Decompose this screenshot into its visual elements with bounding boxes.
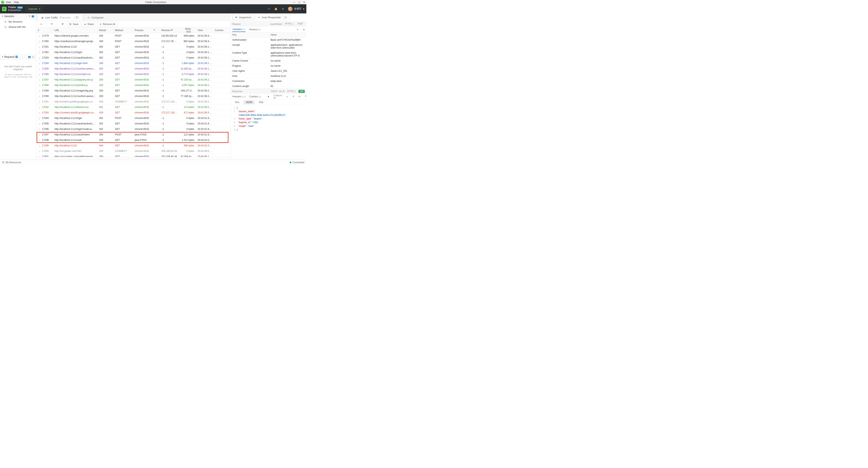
save-button[interactable]: 🖫Save xyxy=(67,22,81,27)
table-row[interactable]: ◌17289http://localhost:1111/images/bg.pn… xyxy=(36,88,230,94)
table-row[interactable]: ◌17301https://ssl.gstatic.com/safebrowsi… xyxy=(36,154,230,157)
sessions-grid-body[interactable]: ◌17279https://clients4.google.com/ukm200… xyxy=(36,33,230,157)
filter-button[interactable]: ⧩ xyxy=(49,22,55,27)
right-panel: 👁Inspectors ↩Auto Responder Request /oau… xyxy=(231,13,306,159)
close-icon[interactable]: ✕ xyxy=(303,1,305,4)
sidebar-item-shared-with-me[interactable]: 🗀Shared with Me xyxy=(0,24,36,30)
session-type-icon: ◌ xyxy=(38,62,41,65)
chevron-down-icon[interactable]: ▾ xyxy=(268,95,269,98)
body-tab-text[interactable]: Text xyxy=(232,100,242,104)
menu-view[interactable]: View xyxy=(6,1,11,4)
chevron-down-icon[interactable]: ▾ xyxy=(297,28,298,31)
download-icon[interactable]: ⬇ xyxy=(292,95,294,98)
session-type-icon: ◌ xyxy=(38,45,41,48)
resources-icon[interactable]: ☰ xyxy=(2,161,4,164)
col-remote-ip[interactable]: Remote IP⋮ xyxy=(160,28,179,33)
col-comment[interactable]: Comme xyxy=(213,28,225,33)
table-row[interactable]: ◌17281http://localhost:1112/302GETchrome… xyxy=(36,44,230,49)
funnel-icon[interactable]: ⧩ xyxy=(153,29,155,32)
col-body-size[interactable]: Body Size⋮ xyxy=(179,28,196,33)
tab-composer[interactable]: ‹/› Composer xyxy=(84,14,107,21)
user-menu[interactable]: 孙勇军 ▾ xyxy=(288,7,304,11)
save-icon: 🖫 xyxy=(69,23,72,26)
tab-inspectors[interactable]: 👁Inspectors xyxy=(232,14,254,20)
table-row[interactable]: ◌17292http://localhost:1111/favicon.ico4… xyxy=(36,104,230,110)
capture-toggle[interactable] xyxy=(74,16,79,19)
table-row[interactable]: ◌17283http://localhost:1111/oauth/author… xyxy=(36,55,230,61)
table-row[interactable]: ◌17279https://clients4.google.com/ukm200… xyxy=(36,33,230,39)
table-row[interactable]: ◌17288http://localhost:1111/js/index.js2… xyxy=(36,82,230,88)
table-row[interactable]: ◌17294http://localhost:1111/login302POST… xyxy=(36,115,230,121)
share-users-icon[interactable]: 👥 xyxy=(32,15,34,18)
maximize-icon[interactable]: ▢ xyxy=(298,1,300,4)
session-type-icon: ◌ xyxy=(38,128,41,131)
sessions-header[interactable]: ▼ Sessions ⬇ 👥 xyxy=(0,13,36,19)
collapse-all-button[interactable]: Collapse All xyxy=(273,94,282,99)
sidebar-item-my-sessions[interactable]: 🗀My Sessions xyxy=(0,19,36,24)
header-row: Cache-Controlno-cache xyxy=(231,58,306,63)
clear-filter-button[interactable]: ⧩̸ xyxy=(59,22,66,27)
table-row[interactable]: ◌17299http://localhost:1112/404GETchrome… xyxy=(36,143,230,148)
resp-subtab-headers[interactable]: Headers(10) xyxy=(232,95,246,98)
table-row[interactable]: ◌17282http://localhost:1112/login302GETc… xyxy=(36,49,230,55)
connection-status: Connected xyxy=(290,161,304,164)
folder-add-icon[interactable]: 🗀 xyxy=(32,56,34,58)
horizontal-scrollbar[interactable] xyxy=(36,157,230,159)
table-row[interactable]: ◌17290http://localhost:1111/css/font-awe… xyxy=(36,94,230,99)
menu-help[interactable]: Help xyxy=(14,1,19,4)
my-resources-link[interactable]: My Resources xyxy=(5,161,21,164)
funnel-icon: ⧩ xyxy=(51,23,53,26)
download-icon[interactable]: ⬇ xyxy=(29,15,30,18)
table-row[interactable]: ◌17285http://localhost:1111/css/font-awe… xyxy=(36,66,230,72)
add-icon[interactable]: + xyxy=(16,56,18,58)
reply-icon: ↩ xyxy=(258,16,260,19)
table-row[interactable]: ◌17300http://ssl.gstatic.com:443200CONNE… xyxy=(36,148,230,154)
table-row[interactable]: ◌17284http://localhost:1111/login.html20… xyxy=(36,61,230,66)
search-icon[interactable]: 🔍 xyxy=(305,95,306,98)
col-number[interactable]: #⋮ xyxy=(36,28,53,33)
table-row[interactable]: ◌17295http://localhost:1111/oauth/author… xyxy=(36,121,230,127)
subtab-params[interactable]: Params(0) xyxy=(249,27,261,32)
table-row[interactable]: ◌17298http://localhost:1111/user200GETja… xyxy=(36,137,230,143)
body-tab-xml[interactable]: XML xyxy=(256,100,266,104)
settings-gear-icon[interactable]: ⚙ xyxy=(281,7,284,10)
autoresponder-toggle[interactable] xyxy=(283,16,287,19)
session-type-icon: ◌ xyxy=(38,90,41,92)
help-icon[interactable]: ?⃝ xyxy=(267,7,271,10)
stream-toggle-button[interactable]: ≡ xyxy=(38,22,44,27)
table-row[interactable]: ◌17280https://oauthaccountmanager.google… xyxy=(36,39,230,44)
upgrade-button[interactable]: Upgrade▾ xyxy=(26,6,42,11)
table-row[interactable]: ◌17293https://content-autofill.googleapi… xyxy=(36,110,230,115)
table-row[interactable]: ◌17287http://localhost:1111/js/jquery.mi… xyxy=(36,77,230,82)
tab-live-traffic[interactable]: ◉ Live Traffic (Paused) xyxy=(37,14,83,21)
session-type-icon: ◌ xyxy=(38,73,41,76)
response-json-viewer[interactable]: 1{2 "access_token": "14b4c326-00be-404e-… xyxy=(231,105,306,159)
resp-subtab-cookies[interactable]: Cookies(0) xyxy=(249,95,261,98)
chevron-down-icon: ▾ xyxy=(39,7,40,10)
col-result[interactable]: Result⋮ xyxy=(97,28,113,33)
copy-icon[interactable]: ⧉ xyxy=(303,28,305,31)
table-row[interactable]: ◌17291http://content-autofill.googleapis… xyxy=(36,99,230,104)
col-process[interactable]: Process⧩⋮ xyxy=(133,28,160,33)
empty-requests-subhint: To save a request, click on "Save" in th… xyxy=(2,73,34,78)
requests-header[interactable]: ▼ Requests + 👥 🗀 xyxy=(0,54,36,60)
copy-icon[interactable]: ⧉ xyxy=(299,95,300,98)
minimize-icon[interactable]: — xyxy=(293,1,295,4)
table-row[interactable]: ◌17296http://localhost:1112/login?code=a… xyxy=(36,127,230,132)
col-method[interactable]: Method⋮ xyxy=(113,28,133,33)
session-type-icon: ◌ xyxy=(38,78,41,81)
subtab-headers[interactable]: Headers(9) xyxy=(232,27,246,32)
remove-all-button[interactable]: ✕Remove All xyxy=(97,22,117,27)
session-type-icon: ◌ xyxy=(38,57,41,59)
share-users-icon[interactable]: 👥 xyxy=(28,56,31,58)
table-row[interactable]: ◌17297http://localhost:1111/oauth/token2… xyxy=(36,132,230,137)
table-row[interactable]: ◌17286http://localhost:1111/css/style.cs… xyxy=(36,72,230,77)
app-header: F FiddlerFree Everywhere Upgrade▾ ?⃝ 🔔 ⚙… xyxy=(0,4,306,13)
notifications-icon[interactable]: 🔔 xyxy=(274,7,277,10)
tab-auto-responder[interactable]: ↩Auto Responder xyxy=(255,14,290,20)
col-time[interactable]: Time⋮ xyxy=(196,28,213,33)
share-button[interactable]: ➦Share xyxy=(82,22,96,27)
body-tab-json[interactable]: JSON xyxy=(243,100,255,104)
chevron-up-icon[interactable]: ▴ xyxy=(287,95,288,98)
col-url[interactable]: URL⋮ xyxy=(53,28,97,33)
